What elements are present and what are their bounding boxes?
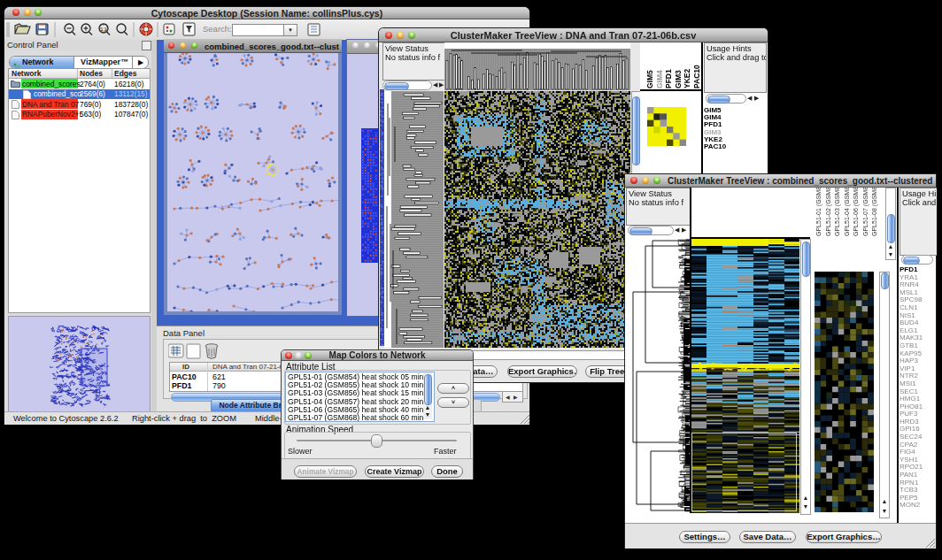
svg-text:1:1: 1:1	[101, 27, 107, 32]
svg-text:Search:: Search:	[203, 24, 232, 34]
